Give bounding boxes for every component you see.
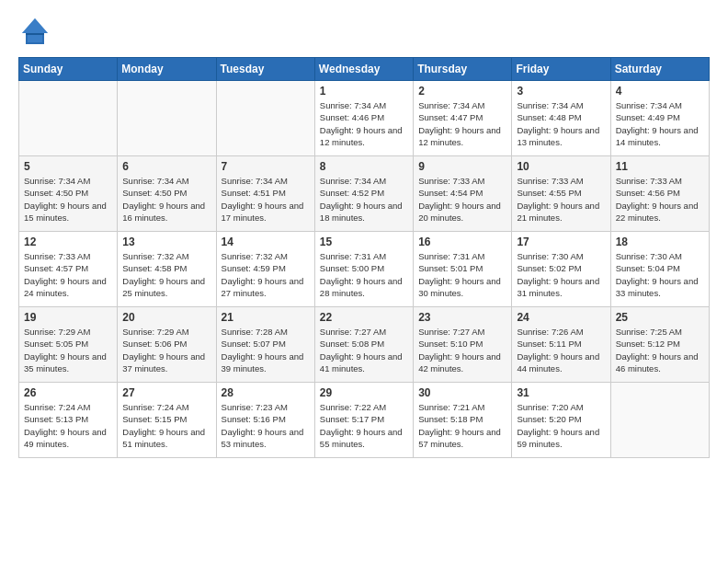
day-number: 7	[222, 160, 310, 173]
day-number: 21	[222, 311, 310, 324]
svg-rect-2	[26, 33, 44, 35]
day-number: 5	[24, 160, 112, 173]
day-info: Sunrise: 7:30 AMSunset: 5:04 PMDaylight:…	[616, 250, 704, 299]
day-info: Sunrise: 7:34 AMSunset: 4:50 PMDaylight:…	[24, 175, 112, 224]
calendar-cell: 20Sunrise: 7:29 AMSunset: 5:06 PMDayligh…	[118, 307, 216, 383]
day-number: 20	[122, 311, 210, 324]
calendar-cell: 26Sunrise: 7:24 AMSunset: 5:13 PMDayligh…	[19, 383, 118, 458]
day-number: 2	[418, 85, 506, 98]
day-info: Sunrise: 7:33 AMSunset: 4:54 PMDaylight:…	[418, 175, 506, 224]
calendar-week-3: 12Sunrise: 7:33 AMSunset: 4:57 PMDayligh…	[19, 232, 710, 307]
day-number: 29	[320, 386, 408, 399]
day-number: 31	[517, 386, 605, 399]
calendar-cell: 12Sunrise: 7:33 AMSunset: 4:57 PMDayligh…	[19, 232, 118, 307]
day-number: 16	[418, 236, 506, 248]
day-info: Sunrise: 7:30 AMSunset: 5:02 PMDaylight:…	[517, 250, 605, 299]
day-number: 25	[616, 311, 704, 324]
day-number: 3	[517, 85, 605, 98]
day-info: Sunrise: 7:20 AMSunset: 5:20 PMDaylight:…	[517, 401, 605, 450]
day-info: Sunrise: 7:34 AMSunset: 4:49 PMDaylight:…	[616, 99, 704, 148]
day-number: 9	[418, 160, 506, 173]
day-info: Sunrise: 7:34 AMSunset: 4:50 PMDaylight:…	[122, 175, 210, 224]
calendar-cell: 18Sunrise: 7:30 AMSunset: 5:04 PMDayligh…	[610, 232, 709, 307]
calendar-cell: 1Sunrise: 7:34 AMSunset: 4:46 PMDaylight…	[314, 81, 413, 156]
calendar-cell: 9Sunrise: 7:33 AMSunset: 4:54 PMDaylight…	[414, 156, 512, 232]
calendar-cell	[216, 81, 314, 156]
day-info: Sunrise: 7:31 AMSunset: 5:01 PMDaylight:…	[418, 250, 506, 299]
calendar-week-5: 26Sunrise: 7:24 AMSunset: 5:13 PMDayligh…	[19, 383, 710, 458]
day-info: Sunrise: 7:26 AMSunset: 5:11 PMDaylight:…	[517, 326, 605, 374]
weekday-header-thursday: Thursday	[414, 58, 512, 81]
calendar-cell: 8Sunrise: 7:34 AMSunset: 4:52 PMDaylight…	[314, 156, 413, 232]
calendar-cell: 6Sunrise: 7:34 AMSunset: 4:50 PMDaylight…	[118, 156, 216, 232]
day-number: 1	[320, 85, 408, 98]
calendar-cell: 7Sunrise: 7:34 AMSunset: 4:51 PMDaylight…	[216, 156, 314, 232]
calendar-cell: 24Sunrise: 7:26 AMSunset: 5:11 PMDayligh…	[512, 307, 610, 383]
day-info: Sunrise: 7:31 AMSunset: 5:00 PMDaylight:…	[320, 250, 408, 299]
day-info: Sunrise: 7:28 AMSunset: 5:07 PMDaylight:…	[222, 326, 310, 374]
calendar-page: SundayMondayTuesdayWednesdayThursdayFrid…	[0, 0, 728, 563]
calendar-cell: 31Sunrise: 7:20 AMSunset: 5:20 PMDayligh…	[512, 383, 610, 458]
weekday-header-saturday: Saturday	[610, 58, 709, 81]
day-info: Sunrise: 7:34 AMSunset: 4:48 PMDaylight:…	[517, 99, 605, 148]
day-info: Sunrise: 7:33 AMSunset: 4:55 PMDaylight:…	[517, 175, 605, 224]
day-number: 12	[24, 236, 112, 248]
calendar-cell: 14Sunrise: 7:32 AMSunset: 4:59 PMDayligh…	[216, 232, 314, 307]
weekday-header-tuesday: Tuesday	[216, 58, 314, 81]
calendar-cell: 10Sunrise: 7:33 AMSunset: 4:55 PMDayligh…	[512, 156, 610, 232]
day-info: Sunrise: 7:34 AMSunset: 4:46 PMDaylight:…	[320, 99, 408, 148]
calendar-cell: 23Sunrise: 7:27 AMSunset: 5:10 PMDayligh…	[414, 307, 512, 383]
calendar-cell: 3Sunrise: 7:34 AMSunset: 4:48 PMDaylight…	[512, 81, 610, 156]
day-info: Sunrise: 7:33 AMSunset: 4:56 PMDaylight:…	[616, 175, 704, 224]
day-info: Sunrise: 7:25 AMSunset: 5:12 PMDaylight:…	[616, 326, 704, 374]
day-number: 26	[24, 386, 112, 399]
calendar-cell: 30Sunrise: 7:21 AMSunset: 5:18 PMDayligh…	[414, 383, 512, 458]
day-info: Sunrise: 7:23 AMSunset: 5:16 PMDaylight:…	[222, 401, 310, 450]
day-info: Sunrise: 7:21 AMSunset: 5:18 PMDaylight:…	[418, 401, 506, 450]
calendar-cell: 15Sunrise: 7:31 AMSunset: 5:00 PMDayligh…	[314, 232, 413, 307]
day-number: 17	[517, 236, 605, 248]
calendar-cell: 29Sunrise: 7:22 AMSunset: 5:17 PMDayligh…	[314, 383, 413, 458]
day-number: 27	[122, 386, 210, 399]
weekday-header-wednesday: Wednesday	[314, 58, 413, 81]
day-number: 22	[320, 311, 408, 324]
day-number: 14	[222, 236, 310, 248]
calendar-cell: 17Sunrise: 7:30 AMSunset: 5:02 PMDayligh…	[512, 232, 610, 307]
header	[18, 15, 710, 48]
day-info: Sunrise: 7:24 AMSunset: 5:13 PMDaylight:…	[24, 401, 112, 450]
day-number: 4	[616, 85, 704, 98]
calendar-cell	[118, 81, 216, 156]
calendar-cell: 19Sunrise: 7:29 AMSunset: 5:05 PMDayligh…	[19, 307, 118, 383]
day-info: Sunrise: 7:27 AMSunset: 5:08 PMDaylight:…	[320, 326, 408, 374]
day-number: 24	[517, 311, 605, 324]
day-number: 13	[122, 236, 210, 248]
calendar-cell: 13Sunrise: 7:32 AMSunset: 4:58 PMDayligh…	[118, 232, 216, 307]
day-info: Sunrise: 7:22 AMSunset: 5:17 PMDaylight:…	[320, 401, 408, 450]
day-info: Sunrise: 7:32 AMSunset: 4:59 PMDaylight:…	[222, 250, 310, 299]
day-info: Sunrise: 7:33 AMSunset: 4:57 PMDaylight:…	[24, 250, 112, 299]
day-number: 6	[122, 160, 210, 173]
weekday-header-monday: Monday	[118, 58, 216, 81]
day-info: Sunrise: 7:34 AMSunset: 4:47 PMDaylight:…	[418, 99, 506, 148]
calendar-cell: 2Sunrise: 7:34 AMSunset: 4:47 PMDaylight…	[414, 81, 512, 156]
calendar-table: SundayMondayTuesdayWednesdayThursdayFrid…	[18, 57, 710, 458]
day-number: 8	[320, 160, 408, 173]
calendar-cell: 27Sunrise: 7:24 AMSunset: 5:15 PMDayligh…	[118, 383, 216, 458]
weekday-header-row: SundayMondayTuesdayWednesdayThursdayFrid…	[19, 58, 710, 81]
calendar-cell: 16Sunrise: 7:31 AMSunset: 5:01 PMDayligh…	[414, 232, 512, 307]
calendar-cell: 22Sunrise: 7:27 AMSunset: 5:08 PMDayligh…	[314, 307, 413, 383]
calendar-cell: 5Sunrise: 7:34 AMSunset: 4:50 PMDaylight…	[19, 156, 118, 232]
calendar-cell	[610, 383, 709, 458]
logo-icon	[18, 15, 51, 48]
day-number: 10	[517, 160, 605, 173]
day-info: Sunrise: 7:29 AMSunset: 5:05 PMDaylight:…	[24, 326, 112, 374]
day-info: Sunrise: 7:24 AMSunset: 5:15 PMDaylight:…	[122, 401, 210, 450]
day-info: Sunrise: 7:27 AMSunset: 5:10 PMDaylight:…	[418, 326, 506, 374]
day-info: Sunrise: 7:29 AMSunset: 5:06 PMDaylight:…	[122, 326, 210, 374]
calendar-cell: 28Sunrise: 7:23 AMSunset: 5:16 PMDayligh…	[216, 383, 314, 458]
day-info: Sunrise: 7:34 AMSunset: 4:51 PMDaylight:…	[222, 175, 310, 224]
day-number: 19	[24, 311, 112, 324]
day-number: 18	[616, 236, 704, 248]
calendar-cell: 11Sunrise: 7:33 AMSunset: 4:56 PMDayligh…	[610, 156, 709, 232]
calendar-cell: 25Sunrise: 7:25 AMSunset: 5:12 PMDayligh…	[610, 307, 709, 383]
